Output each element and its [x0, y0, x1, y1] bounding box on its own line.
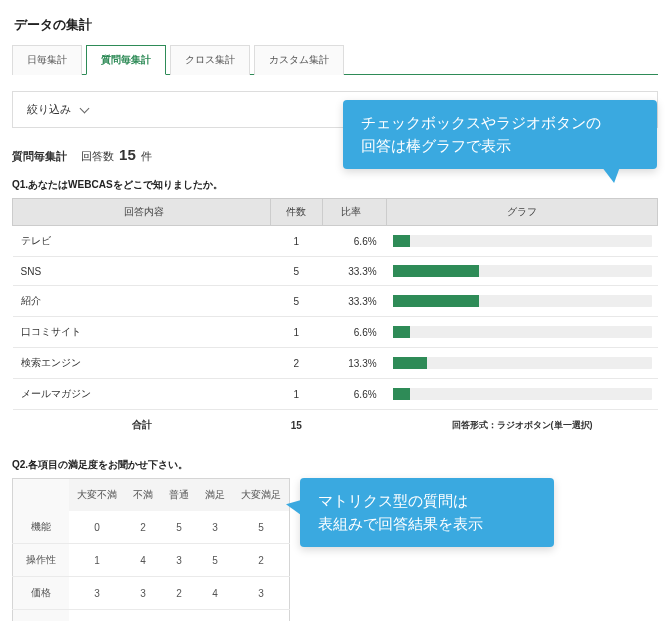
- answer-ratio: 6.6%: [322, 226, 387, 257]
- total-count: 15: [271, 410, 323, 441]
- q1-total-row: 合計15回答形式：ラジオボタン(単一選択): [13, 410, 658, 441]
- matrix-cell: 1: [69, 544, 125, 577]
- summary-count: 回答数 15 件: [81, 146, 152, 164]
- answer-bar: [387, 348, 658, 379]
- matrix-row-header: 操作性: [13, 544, 70, 577]
- answer-label: SNS: [13, 257, 271, 286]
- answer-count: 5: [271, 257, 323, 286]
- callout-tail-icon: [286, 500, 302, 520]
- matrix-row: 価格33243: [13, 577, 290, 610]
- tab-3[interactable]: カスタム集計: [254, 45, 344, 75]
- answer-ratio: 6.6%: [322, 317, 387, 348]
- table-row: テレビ16.6%: [13, 226, 658, 257]
- answer-bar: [387, 257, 658, 286]
- q1-title: Q1.あなたはWEBCASをどこで知りましたか。: [12, 178, 658, 192]
- matrix-cell: 3: [161, 544, 197, 577]
- page-title: データの集計: [12, 10, 658, 44]
- matrix-cell: 2: [161, 577, 197, 610]
- matrix-col-header: 満足: [197, 479, 233, 512]
- table-row: 検索エンジン213.3%: [13, 348, 658, 379]
- matrix-row: 操作性14352: [13, 544, 290, 577]
- answer-count: 1: [271, 379, 323, 410]
- matrix-cell: 0: [69, 511, 125, 544]
- matrix-col-header: 大変満足: [233, 479, 290, 512]
- tabs: 日毎集計質問毎集計クロス集計カスタム集計: [12, 44, 658, 75]
- answer-label: 口コミサイト: [13, 317, 271, 348]
- answer-label: テレビ: [13, 226, 271, 257]
- answer-bar: [387, 286, 658, 317]
- q2-matrix: 大変不満不満普通満足大変満足機能02535操作性14352価格33243サポート…: [12, 478, 290, 621]
- answer-bar: [387, 379, 658, 410]
- q1-answer-type: 回答形式：ラジオボタン(単一選択): [387, 410, 658, 441]
- matrix-col-header: 大変不満: [69, 479, 125, 512]
- tab-2[interactable]: クロス集計: [170, 45, 250, 75]
- q1-th-graph: グラフ: [387, 199, 658, 226]
- matrix-col-header: 普通: [161, 479, 197, 512]
- table-row: 口コミサイト16.6%: [13, 317, 658, 348]
- answer-label: メールマガジン: [13, 379, 271, 410]
- callout-bargraph: チェックボックスやラジオボタンの 回答は棒グラフで表示: [343, 100, 657, 169]
- matrix-row-header: サポート: [13, 610, 70, 622]
- answer-count: 1: [271, 226, 323, 257]
- matrix-cell: 0: [69, 610, 125, 622]
- matrix-row: サポート002310: [13, 610, 290, 622]
- tab-0[interactable]: 日毎集計: [12, 45, 82, 75]
- table-row: SNS533.3%: [13, 257, 658, 286]
- answer-ratio: 33.3%: [322, 257, 387, 286]
- answer-label: 紹介: [13, 286, 271, 317]
- matrix-cell: 5: [233, 511, 290, 544]
- matrix-cell: 3: [197, 610, 233, 622]
- matrix-cell: 3: [197, 511, 233, 544]
- matrix-cell: 10: [233, 610, 290, 622]
- matrix-cell: 0: [125, 610, 161, 622]
- tab-1[interactable]: 質問毎集計: [86, 45, 166, 75]
- q1-th-answer: 回答内容: [13, 199, 271, 226]
- answer-bar: [387, 317, 658, 348]
- total-label: 合計: [13, 410, 271, 441]
- answer-ratio: 13.3%: [322, 348, 387, 379]
- matrix-row-header: 価格: [13, 577, 70, 610]
- matrix-row: 機能02535: [13, 511, 290, 544]
- q1-table: 回答内容 件数 比率 グラフ テレビ16.6%SNS533.3%紹介533.3%…: [12, 198, 658, 440]
- matrix-cell: 3: [125, 577, 161, 610]
- matrix-cell: 4: [197, 577, 233, 610]
- answer-count: 2: [271, 348, 323, 379]
- matrix-row-header: 機能: [13, 511, 70, 544]
- matrix-cell: 5: [197, 544, 233, 577]
- matrix-cell: 2: [161, 610, 197, 622]
- q1-th-count: 件数: [271, 199, 323, 226]
- matrix-cell: 3: [69, 577, 125, 610]
- filter-label: 絞り込み: [27, 102, 71, 117]
- matrix-cell: 4: [125, 544, 161, 577]
- table-row: メールマガジン16.6%: [13, 379, 658, 410]
- answer-count: 1: [271, 317, 323, 348]
- answer-ratio: 6.6%: [322, 379, 387, 410]
- table-row: 紹介533.3%: [13, 286, 658, 317]
- callout-matrix: マトリクス型の質問は 表組みで回答結果を表示: [300, 478, 554, 547]
- answer-count: 5: [271, 286, 323, 317]
- answer-label: 検索エンジン: [13, 348, 271, 379]
- answer-bar: [387, 226, 658, 257]
- q2-title: Q2.各項目の満足度をお聞かせ下さい。: [12, 458, 658, 472]
- matrix-col-header: 不満: [125, 479, 161, 512]
- matrix-cell: 2: [233, 544, 290, 577]
- matrix-cell: 3: [233, 577, 290, 610]
- q1-th-ratio: 比率: [322, 199, 387, 226]
- answer-ratio: 33.3%: [322, 286, 387, 317]
- matrix-cell: 2: [125, 511, 161, 544]
- chevron-down-icon: [80, 103, 90, 113]
- matrix-cell: 5: [161, 511, 197, 544]
- summary-label: 質問毎集計: [12, 149, 67, 164]
